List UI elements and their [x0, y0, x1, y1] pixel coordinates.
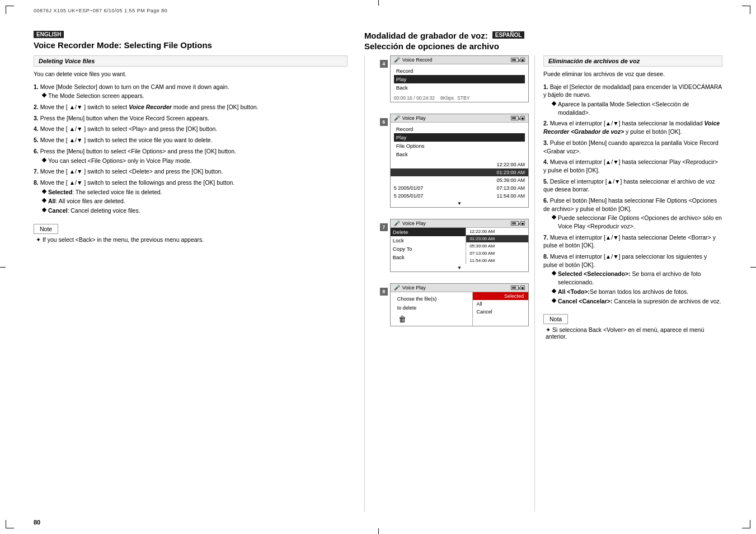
screen-8-title: Voice Play: [402, 285, 426, 291]
mic-icon-7: 🎤: [394, 221, 400, 226]
screen-4-icons: ■: [511, 58, 525, 62]
english-step-1: 1. Move [Mode Selector] down to turn on …: [34, 83, 348, 100]
spanish-step-2: 2. Mueva el interruptor [▲/▼] hasta sele…: [543, 119, 722, 135]
screen-8-header: 🎤 Voice Play ■: [391, 284, 528, 292]
screen-4-item-play: Play: [394, 75, 525, 83]
time-row-7-5: 11:54:00 AM: [466, 257, 528, 264]
sp-step-num-3: 3.: [543, 139, 550, 146]
screen-8-badge: 8: [380, 288, 388, 296]
crop-mark-tr: [742, 6, 750, 14]
screen-7-copyto: Copy To: [391, 245, 466, 253]
screen-6-play: Play: [394, 133, 525, 142]
bullet-diamond: [42, 93, 46, 97]
screen-7-layout: Delete Lock Copy To Back 12:22:00 AM 01:…: [391, 228, 528, 264]
sp-step-6-sub-text: Puede seleccionar File Options <Opciones…: [558, 214, 722, 230]
screen-8-header-left: 🎤 Voice Play: [394, 285, 426, 291]
time-row-2: 01:23:00 AM: [391, 168, 528, 176]
step-text-6: Press the [Menu] button to select <File …: [40, 148, 236, 154]
time-val-4: 07:13:00 AM: [496, 185, 525, 191]
spanish-title-col: Modalidad de grabador de voz: ESPAÑOL Se…: [364, 31, 722, 51]
spanish-step-8: 8. Mueva el interruptor [▲/▼] para selec…: [543, 252, 722, 305]
spanish-note-box: Nota: [543, 314, 568, 324]
screen-8-options: Selected All Cancel: [473, 292, 528, 326]
rec-icon-7: ■: [520, 221, 525, 226]
english-note-box: Note: [34, 224, 58, 234]
screen-4-item-record: Record: [394, 67, 525, 75]
spanish-step-7: 7. Mueva el interruptor [▲/▼] hasta sele…: [543, 233, 722, 250]
sp-step-1-sub-text: Aparece la pantalla Mode Selection <Sele…: [558, 100, 722, 116]
sp-step-num-1: 1.: [543, 83, 550, 90]
column-divider: [364, 55, 365, 512]
step-text-8: Move the [ ▲/▼ ] switch to select the fo…: [40, 179, 235, 186]
rec-icon-4: ■: [520, 58, 525, 62]
page-number: 80: [34, 519, 40, 526]
screen-6-back: Back: [394, 150, 525, 158]
step-num-2: 2.: [34, 104, 40, 110]
time-date-4: 5 2005/01/07: [394, 185, 424, 191]
screen-8-icons: ■: [511, 285, 525, 290]
bullet-diamond-8c: [42, 208, 46, 212]
screen-7-title: Voice Play: [402, 221, 426, 226]
step-num-3: 3.: [34, 115, 40, 121]
step-8-sub-text-a: Selected: The selected voice file is del…: [48, 188, 162, 196]
screen-8-choose-title: Choose the file(s): [394, 294, 469, 303]
screen-4-badge: 4: [380, 60, 388, 68]
sp-bullet-1: [552, 101, 556, 106]
step-1-sub: The Mode Selection screen appears.: [43, 92, 348, 100]
english-steps: 1. Move [Mode Selector] down to turn on …: [34, 83, 348, 215]
sp-step-8-sub-c: Cancel <Cancelar>: Cancela la supresión …: [552, 297, 722, 306]
time-val-7-4: 07:13:00 AM: [469, 251, 495, 256]
sp-step-8-sub-b: All <Todo>:Se borran todos los archivos …: [552, 288, 722, 296]
screen-6-icons: ■: [511, 116, 525, 120]
trash-icon: 🗑: [398, 315, 469, 324]
time-row-4: 5 2005/01/07 07:13:00 AM: [391, 184, 528, 192]
step-num-8: 8.: [34, 179, 40, 186]
sp-step-8-sub-a: Selected <Seleccionado>: Se borra el arc…: [552, 270, 722, 286]
screen-7-back: Back: [391, 253, 466, 261]
sp-step-text-3: Pulse el botón [Menu] cuando aparezca la…: [543, 139, 719, 154]
sp-step-num-6: 6.: [543, 197, 550, 204]
screen-7-arrow: ▼: [391, 264, 528, 271]
screen-4-kbps: 8Kbps: [440, 95, 454, 101]
bullet-diamond-6: [42, 157, 46, 162]
screen-4-body: Record Play Back: [391, 64, 528, 94]
step-8-sub-b: All: All voice files are deleted.: [43, 197, 348, 205]
screen-6-header-left: 🎤 Voice Play: [394, 115, 426, 121]
screen-7-badge: 7: [380, 223, 388, 231]
spanish-step-5: 5. Deslice el interruptor [▲/▼] hasta se…: [543, 177, 722, 194]
screen-4-time: 00:00:16 / 00:24:32: [394, 95, 435, 101]
sp-bullet-6: [552, 215, 556, 219]
screen-4-title: Voice Record: [402, 57, 433, 63]
screen-7-icons: ■: [511, 221, 525, 226]
screen-4-stby: STBY: [457, 95, 469, 101]
time-val-1: 12:22:00 AM: [496, 162, 525, 167]
sp-step-1-sub: Aparece la pantalla Mode Selection <Sele…: [552, 100, 722, 116]
time-val-5: 11:54:00 AM: [496, 193, 525, 199]
screen-4-wrapper: 4 🎤 Voice Record ■ Record: [390, 55, 529, 102]
time-row-1: 12:22:00 AM: [391, 161, 528, 168]
screen-7-header: 🎤 Voice Play ■: [391, 219, 528, 228]
screen-6-title: Voice Play: [402, 115, 426, 121]
time-row-7-3: 05:39:00 AM: [466, 242, 528, 250]
spanish-step-6: 6. Pulse el botón [Menu] hasta seleccion…: [543, 196, 722, 231]
crop-mark-bl: [6, 520, 14, 528]
spanish-title-bottom: Selección de opciones de archivo: [364, 41, 722, 51]
crop-mark-tl: [6, 6, 14, 14]
screen-4-header: 🎤 Voice Record ■: [391, 56, 528, 64]
time-row-7-1: 12:22:00 AM: [466, 228, 528, 235]
screen-4-header-left: 🎤 Voice Record: [394, 57, 433, 63]
screen-4: 🎤 Voice Record ■ Record Play Back: [390, 55, 529, 102]
sp-step-text-2: Mueva el interruptor [▲/▼] hasta selecci…: [543, 120, 720, 135]
screen-4-item-back: Back: [394, 83, 525, 92]
step-text-1: Move [Mode Selector] down to turn on the…: [40, 83, 229, 90]
crop-mark-br: [742, 520, 750, 528]
step-8-sub-text-c: Cancel: Cancel deleting voice files.: [48, 207, 140, 215]
time-val-7-5: 11:54:00 AM: [469, 258, 495, 263]
screen-8-option-selected: Selected: [473, 292, 528, 300]
step-num-7: 7.: [34, 168, 40, 175]
crosshair-top: [378, 0, 379, 6]
screen-6-arrow: ▼: [391, 200, 528, 207]
screen-8-option-all: All: [473, 300, 528, 308]
step-1-sub-text: The Mode Selection screen appears.: [48, 92, 144, 100]
english-step-3: 3. Press the [Menu] button when the Voic…: [34, 114, 348, 123]
